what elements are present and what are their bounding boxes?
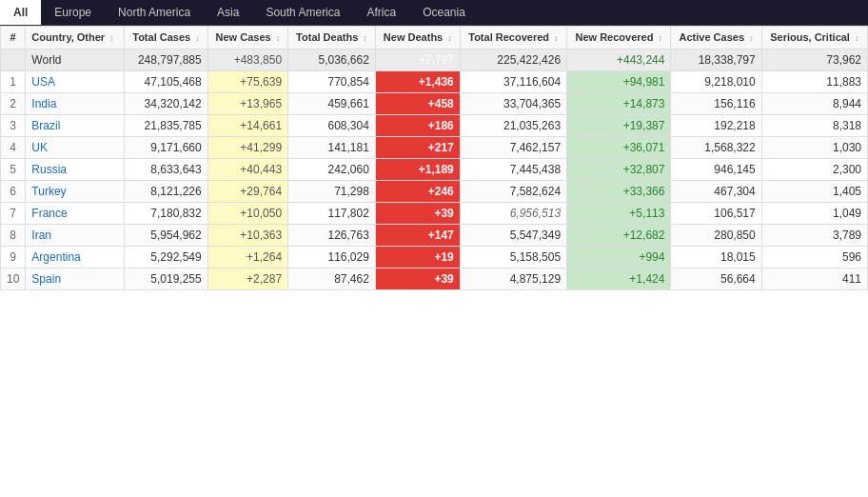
country-cell[interactable]: Brazil bbox=[26, 114, 125, 136]
country-cell[interactable]: France bbox=[26, 202, 125, 224]
active-cases-cell: 946,145 bbox=[671, 158, 761, 180]
header-total-deaths[interactable]: Total Deaths ↕ bbox=[288, 27, 376, 50]
active-cases-cell: 280,850 bbox=[671, 224, 761, 246]
tab-europe[interactable]: Europe bbox=[41, 0, 105, 25]
tab-oceania[interactable]: Oceania bbox=[409, 0, 479, 25]
header-new-deaths[interactable]: New Deaths ↕ bbox=[375, 27, 460, 50]
total-cases-cell: 34,320,142 bbox=[125, 92, 207, 114]
region-tabs: All Europe North America Asia South Amer… bbox=[0, 0, 868, 26]
new-cases-cell: +14,661 bbox=[207, 114, 287, 136]
sort-icon-total-cases: ↓ bbox=[195, 33, 200, 45]
serious-cell: 1,030 bbox=[761, 136, 867, 158]
total-deaths-cell: 117,802 bbox=[288, 202, 376, 224]
table-row: 4 UK 9,171,660 +41,299 141,181 +217 7,46… bbox=[1, 136, 868, 158]
header-new-recovered[interactable]: New Recovered ↕ bbox=[567, 27, 671, 50]
country-link[interactable]: UK bbox=[31, 141, 48, 154]
sort-icon-active-cases: ↕ bbox=[749, 33, 754, 45]
country-link[interactable]: Turkey bbox=[31, 185, 66, 198]
world-total-deaths: 5,036,662 bbox=[288, 49, 376, 70]
new-deaths-cell: +39 bbox=[375, 202, 460, 224]
country-cell[interactable]: Argentina bbox=[26, 246, 125, 268]
sort-icon-serious: ↕ bbox=[855, 33, 859, 45]
header-total-recovered[interactable]: Total Recovered ↕ bbox=[460, 27, 566, 50]
country-link[interactable]: Brazil bbox=[31, 119, 60, 132]
country-link[interactable]: Spain bbox=[31, 272, 61, 286]
table-row: 5 Russia 8,633,643 +40,443 242,060 +1,18… bbox=[1, 158, 868, 180]
total-deaths-cell: 459,661 bbox=[288, 92, 376, 114]
new-recovered-cell: +36,071 bbox=[567, 136, 671, 158]
table-row: 2 India 34,320,142 +13,965 459,661 +458 … bbox=[1, 92, 868, 114]
total-cases-cell: 7,180,832 bbox=[125, 202, 207, 224]
country-cell[interactable]: UK bbox=[26, 136, 125, 158]
active-cases-cell: 467,304 bbox=[671, 180, 761, 202]
country-cell[interactable]: Spain bbox=[26, 268, 125, 289]
total-deaths-cell: 770,854 bbox=[288, 70, 376, 92]
active-cases-cell: 106,517 bbox=[671, 202, 761, 224]
country-cell[interactable]: Turkey bbox=[26, 180, 125, 202]
serious-cell: 11,883 bbox=[761, 70, 867, 92]
header-country[interactable]: Country, Other ↕ bbox=[26, 27, 125, 50]
total-recovered-cell: 6,956,513 bbox=[460, 202, 566, 224]
total-deaths-cell: 608,304 bbox=[288, 114, 376, 136]
serious-cell: 8,318 bbox=[761, 114, 867, 136]
tab-asia[interactable]: Asia bbox=[204, 0, 252, 25]
new-cases-cell: +2,287 bbox=[207, 268, 287, 289]
new-deaths-cell: +147 bbox=[375, 224, 460, 246]
header-active-cases[interactable]: Active Cases ↕ bbox=[671, 27, 761, 50]
country-link[interactable]: USA bbox=[31, 75, 55, 89]
table-row: 1 USA 47,105,468 +75,639 770,854 +1,436 … bbox=[1, 70, 868, 92]
new-deaths-cell: +186 bbox=[375, 114, 460, 136]
total-cases-cell: 5,292,549 bbox=[125, 246, 207, 268]
tab-africa[interactable]: Africa bbox=[353, 0, 409, 25]
total-cases-cell: 8,121,226 bbox=[125, 180, 207, 202]
serious-cell: 1,049 bbox=[761, 202, 867, 224]
sort-icon-new-cases: ↕ bbox=[276, 33, 281, 45]
new-deaths-cell: +458 bbox=[375, 92, 460, 114]
total-deaths-cell: 242,060 bbox=[288, 158, 376, 180]
sort-icon-new-deaths: ↕ bbox=[447, 33, 452, 45]
rank-cell: 2 bbox=[1, 92, 26, 114]
rank-cell: 3 bbox=[1, 114, 26, 136]
table-row: 7 France 7,180,832 +10,050 117,802 +39 6… bbox=[1, 202, 868, 224]
world-new-cases: +483,850 bbox=[207, 49, 287, 70]
header-total-cases[interactable]: Total Cases ↓ bbox=[125, 27, 207, 50]
total-deaths-cell: 126,763 bbox=[288, 224, 376, 246]
country-link[interactable]: Russia bbox=[31, 163, 67, 176]
world-name: World bbox=[26, 49, 125, 70]
total-recovered-cell: 33,704,365 bbox=[460, 92, 566, 114]
country-link[interactable]: Argentina bbox=[31, 250, 80, 264]
tab-north-america[interactable]: North America bbox=[105, 0, 204, 25]
country-cell[interactable]: Iran bbox=[26, 224, 125, 246]
tab-south-america[interactable]: South America bbox=[252, 0, 353, 25]
total-cases-cell: 5,019,255 bbox=[125, 268, 207, 289]
total-recovered-cell: 21,035,263 bbox=[460, 114, 566, 136]
header-serious[interactable]: Serious, Critical ↕ bbox=[761, 27, 867, 50]
serious-cell: 596 bbox=[761, 246, 867, 268]
rank-cell: 6 bbox=[1, 180, 26, 202]
total-deaths-cell: 116,029 bbox=[288, 246, 376, 268]
total-deaths-cell: 71,298 bbox=[288, 180, 376, 202]
total-recovered-cell: 7,462,157 bbox=[460, 136, 566, 158]
country-link[interactable]: Iran bbox=[31, 229, 51, 242]
new-cases-cell: +13,965 bbox=[207, 92, 287, 114]
new-deaths-cell: +19 bbox=[375, 246, 460, 268]
new-deaths-cell: +246 bbox=[375, 180, 460, 202]
country-link[interactable]: India bbox=[31, 97, 56, 110]
serious-cell: 8,944 bbox=[761, 92, 867, 114]
header-rank[interactable]: # bbox=[1, 27, 26, 50]
world-serious: 73,962 bbox=[761, 49, 867, 70]
rank-cell: 4 bbox=[1, 136, 26, 158]
total-recovered-cell: 5,547,349 bbox=[460, 224, 566, 246]
country-cell[interactable]: Russia bbox=[26, 158, 125, 180]
country-cell[interactable]: USA bbox=[26, 70, 125, 92]
active-cases-cell: 9,218,010 bbox=[671, 70, 761, 92]
world-rank bbox=[1, 49, 26, 70]
header-new-cases[interactable]: New Cases ↕ bbox=[207, 27, 287, 50]
new-recovered-cell: +12,682 bbox=[567, 224, 671, 246]
rank-cell: 8 bbox=[1, 224, 26, 246]
table-row: 8 Iran 5,954,962 +10,363 126,763 +147 5,… bbox=[1, 224, 868, 246]
tab-all[interactable]: All bbox=[0, 0, 41, 25]
country-cell[interactable]: India bbox=[26, 92, 125, 114]
country-link[interactable]: France bbox=[31, 207, 67, 220]
table-row: 10 Spain 5,019,255 +2,287 87,462 +39 4,8… bbox=[1, 268, 868, 289]
